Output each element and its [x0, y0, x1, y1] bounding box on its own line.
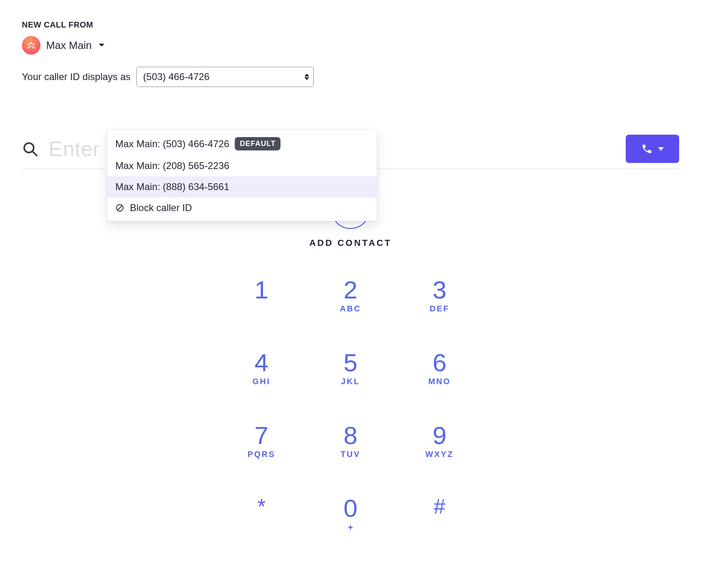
- dialpad-key-8[interactable]: 8TUV: [320, 423, 381, 488]
- dialpad-key-#[interactable]: #: [409, 496, 470, 561]
- dialpad-key-1[interactable]: 1: [231, 277, 292, 342]
- caller-id-option-label: Max Main: (503) 466-4726: [115, 138, 229, 150]
- dialpad-key-digit: 2: [344, 277, 357, 302]
- dialpad-key-digit: 9: [433, 423, 446, 448]
- dialpad-key-digit: 8: [344, 423, 357, 448]
- block-caller-id-option[interactable]: Block caller ID: [107, 197, 377, 218]
- dialpad-key-4[interactable]: 4GHI: [231, 350, 292, 415]
- dialpad-key-letters: +: [348, 522, 353, 533]
- select-stepper-icon: [304, 74, 309, 80]
- dialpad-key-digit: 3: [433, 277, 446, 302]
- caller-id-option-label: Max Main: (208) 565-2236: [115, 160, 229, 171]
- dialpad-key-5[interactable]: 5JKL: [320, 350, 381, 415]
- dialpad-key-6[interactable]: 6MNO: [409, 350, 470, 415]
- dialpad-key-0[interactable]: 0+: [320, 496, 381, 561]
- svg-line-4: [33, 152, 37, 156]
- svg-line-9: [118, 206, 122, 210]
- dialpad-key-3[interactable]: 3DEF: [409, 277, 470, 342]
- dialpad-key-digit: *: [257, 496, 266, 517]
- new-call-from-label: NEW CALL FROM: [22, 20, 679, 30]
- caller-id-option[interactable]: Max Main: (888) 634-5661: [107, 176, 377, 197]
- search-icon: [22, 141, 38, 157]
- dialpad-key-7[interactable]: 7PQRS: [231, 423, 292, 488]
- caret-down-icon: [658, 147, 664, 151]
- dialpad-key-digit: 0: [344, 496, 357, 521]
- caller-avatar: [22, 36, 40, 55]
- caret-down-icon: [98, 43, 105, 47]
- svg-point-2: [33, 44, 34, 45]
- caller-selector[interactable]: Max Main: [22, 36, 679, 55]
- caller-id-option[interactable]: Max Main: (208) 565-2236: [107, 155, 377, 176]
- dialpad-key-digit: 7: [255, 423, 268, 448]
- dialpad-key-letters: DEF: [430, 304, 450, 313]
- caller-name: Max Main: [46, 39, 92, 52]
- caller-id-dropdown: Max Main: (503) 466-4726DEFAULTMax Main:…: [107, 129, 377, 221]
- call-button[interactable]: [626, 135, 679, 163]
- dialpad-key-2[interactable]: 2ABC: [320, 277, 381, 342]
- caller-id-selected-value: (503) 466-4726: [143, 71, 210, 82]
- dialpad: 12ABC3DEF4GHI5JKL6MNO7PQRS8TUV9WXYZ*0+#: [22, 277, 679, 561]
- dialpad-key-digit: 6: [433, 350, 446, 375]
- dialpad-key-digit: 5: [344, 350, 357, 375]
- dialpad-key-digit: #: [434, 496, 446, 517]
- add-contact-label: ADD CONTACT: [309, 238, 392, 248]
- block-caller-id-label: Block caller ID: [130, 202, 192, 214]
- dialpad-key-letters: PQRS: [248, 450, 276, 459]
- dialpad-key-letters: TUV: [341, 450, 361, 459]
- phone-icon: [641, 143, 652, 154]
- dialpad-key-letters: MNO: [428, 377, 451, 386]
- caller-id-select[interactable]: (503) 466-4726: [136, 67, 314, 87]
- caller-id-label: Your caller ID displays as: [22, 71, 131, 82]
- svg-point-0: [30, 42, 32, 44]
- dialpad-key-9[interactable]: 9WXYZ: [409, 423, 470, 488]
- dialpad-key-letters: GHI: [253, 377, 271, 386]
- dialpad-key-digit: 4: [255, 350, 268, 375]
- dialpad-key-letters: WXYZ: [425, 450, 454, 459]
- block-icon: [115, 203, 124, 212]
- dialpad-key-letters: ABC: [340, 304, 361, 313]
- caller-id-option-label: Max Main: (888) 634-5661: [115, 181, 229, 192]
- dialpad-key-digit: 1: [255, 277, 268, 302]
- caller-id-option[interactable]: Max Main: (503) 466-4726DEFAULT: [107, 132, 377, 155]
- svg-point-1: [28, 44, 30, 45]
- dialpad-key-*[interactable]: *: [231, 496, 292, 561]
- dialpad-key-letters: JKL: [341, 377, 360, 386]
- default-badge: DEFAULT: [235, 137, 280, 150]
